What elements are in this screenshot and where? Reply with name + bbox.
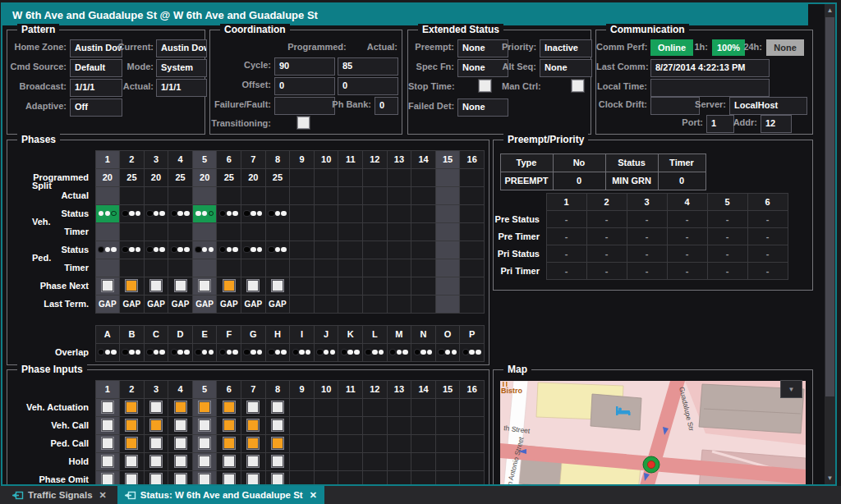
last-comm-field[interactable]: 8/27/2014 4:22:13 PM xyxy=(650,59,770,77)
phase-checkbox[interactable] xyxy=(223,455,236,468)
phase-checkbox[interactable] xyxy=(198,473,211,486)
phases-grid: 12345678910111213141516Programmed2025202… xyxy=(9,150,485,313)
phase-checkbox[interactable] xyxy=(223,419,236,432)
scroll-up-arrow-icon[interactable]: ▲ xyxy=(825,5,835,16)
status-dot xyxy=(154,211,159,217)
status-dot xyxy=(147,247,153,253)
phase-checkbox[interactable] xyxy=(101,437,114,450)
phase-checkbox[interactable] xyxy=(271,401,284,414)
failure-fault-field[interactable] xyxy=(274,97,335,115)
current-field[interactable]: Austin Down xyxy=(156,39,207,57)
scroll-down-arrow-icon[interactable]: ▼ xyxy=(825,473,835,483)
broadcast-field[interactable]: 1/1/1 xyxy=(70,79,122,97)
phase-checkbox[interactable] xyxy=(246,437,260,450)
offset-actual-field[interactable]: 0 xyxy=(338,77,398,95)
offset-programmed-field[interactable]: 0 xyxy=(274,77,335,95)
phase-checkbox[interactable] xyxy=(125,401,138,414)
phase-checkbox[interactable] xyxy=(125,437,138,450)
column-header: 7 xyxy=(241,380,266,399)
phase-checkbox[interactable] xyxy=(149,437,163,450)
home-zone-field[interactable]: Austin Down xyxy=(70,39,122,57)
grid-cell xyxy=(144,452,169,471)
phase-checkbox[interactable] xyxy=(223,401,236,414)
phase-checkbox[interactable] xyxy=(271,473,284,486)
signal-marker[interactable] xyxy=(643,456,659,473)
phase-checkbox[interactable] xyxy=(198,419,211,432)
phase-checkbox[interactable] xyxy=(101,279,114,292)
phase-checkbox[interactable] xyxy=(246,455,260,468)
phase-checkbox[interactable] xyxy=(271,279,284,292)
phase-checkbox[interactable] xyxy=(174,437,187,450)
tab-traffic-signals[interactable]: Traffic Signals ✕ xyxy=(5,486,114,504)
adaptive-field[interactable]: Off xyxy=(70,99,122,117)
phase-checkbox[interactable] xyxy=(174,401,187,414)
grid-cell: - xyxy=(627,262,668,280)
phase-checkbox[interactable] xyxy=(223,473,236,486)
phase-checkbox[interactable] xyxy=(149,401,163,414)
tab-traffic-signals-close-icon[interactable]: ✕ xyxy=(99,490,107,501)
map-canvas[interactable]: Bistro th Street n Antonio Street Guadal… xyxy=(500,381,806,486)
phase-checkbox[interactable] xyxy=(149,279,163,292)
phase-checkbox[interactable] xyxy=(246,473,260,486)
phase-checkbox[interactable] xyxy=(149,473,163,486)
phase-checkbox[interactable] xyxy=(174,473,187,486)
cycle-actual-field[interactable]: 85 xyxy=(338,57,398,76)
transitioning-checkbox[interactable] xyxy=(297,117,310,129)
phase-checkbox[interactable] xyxy=(198,437,211,450)
phase-checkbox[interactable] xyxy=(271,455,284,468)
phase-checkbox[interactable] xyxy=(223,437,236,450)
phase-checkbox[interactable] xyxy=(223,279,236,292)
clock-drift-field[interactable] xyxy=(650,97,700,115)
status-dot xyxy=(439,350,444,355)
priority-field[interactable]: Inactive xyxy=(540,39,592,57)
spec-fn-field[interactable]: None xyxy=(457,59,508,77)
scrollbar-thumb[interactable] xyxy=(825,17,834,396)
preempt-field[interactable]: None xyxy=(457,39,508,57)
phase-checkbox[interactable] xyxy=(246,279,260,292)
phase-checkbox[interactable] xyxy=(125,455,138,468)
phase-checkbox[interactable] xyxy=(125,279,138,292)
grid-cell: GAP xyxy=(119,295,145,314)
man-ctrl-checkbox[interactable] xyxy=(572,80,584,92)
status-dot xyxy=(184,350,190,355)
map-options-dropdown[interactable]: ▼ xyxy=(780,380,802,398)
ph-bank-field[interactable]: 0 xyxy=(375,97,398,115)
stop-time-checkbox[interactable] xyxy=(479,80,491,92)
cmd-source-field[interactable]: Default xyxy=(70,59,122,77)
local-time-field[interactable] xyxy=(650,79,770,97)
grid-cell xyxy=(168,398,193,417)
extended-status-panel: Extended Status Preempt: None Priority: … xyxy=(407,30,591,135)
column-header: 4 xyxy=(168,380,193,399)
phase-checkbox[interactable] xyxy=(246,419,260,432)
cycle-programmed-field[interactable]: 90 xyxy=(274,57,335,76)
mode-field[interactable]: System xyxy=(156,59,207,77)
phase-checkbox[interactable] xyxy=(271,419,284,432)
tab-status-active[interactable]: Status: W 6th Ave and Guadalupe St ✕ xyxy=(117,486,324,504)
tab-status-close-icon[interactable]: ✕ xyxy=(310,490,317,501)
phase-checkbox[interactable] xyxy=(174,455,187,468)
phase-checkbox[interactable] xyxy=(246,401,260,414)
phase-checkbox[interactable] xyxy=(198,401,211,414)
phase-checkbox[interactable] xyxy=(174,419,187,432)
column-header: 1 xyxy=(546,193,587,211)
failed-det-field[interactable]: None xyxy=(457,99,508,117)
pattern-actual-field[interactable]: 1/1/1 xyxy=(156,79,207,97)
phase-checkbox[interactable] xyxy=(149,455,163,468)
phase-checkbox[interactable] xyxy=(125,419,138,432)
server-field[interactable]: LocalHost xyxy=(729,97,807,115)
phase-checkbox[interactable] xyxy=(198,455,211,468)
phase-checkbox[interactable] xyxy=(101,401,114,414)
phase-checkbox[interactable] xyxy=(125,473,138,486)
alt-seq-field[interactable]: None xyxy=(540,59,592,77)
phase-checkbox[interactable] xyxy=(198,279,211,292)
vertical-scrollbar[interactable]: ▲ ▼ xyxy=(825,4,835,484)
phase-checkbox[interactable] xyxy=(271,437,284,450)
phase-checkbox[interactable] xyxy=(174,279,187,292)
column-header: 3 xyxy=(144,380,169,399)
phase-checkbox[interactable] xyxy=(101,455,114,468)
phase-checkbox[interactable] xyxy=(101,473,114,486)
addr-field[interactable]: 12 xyxy=(761,115,792,133)
phase-checkbox[interactable] xyxy=(101,419,114,432)
grid-cell: 20 xyxy=(192,168,218,187)
phase-checkbox[interactable] xyxy=(149,419,163,432)
